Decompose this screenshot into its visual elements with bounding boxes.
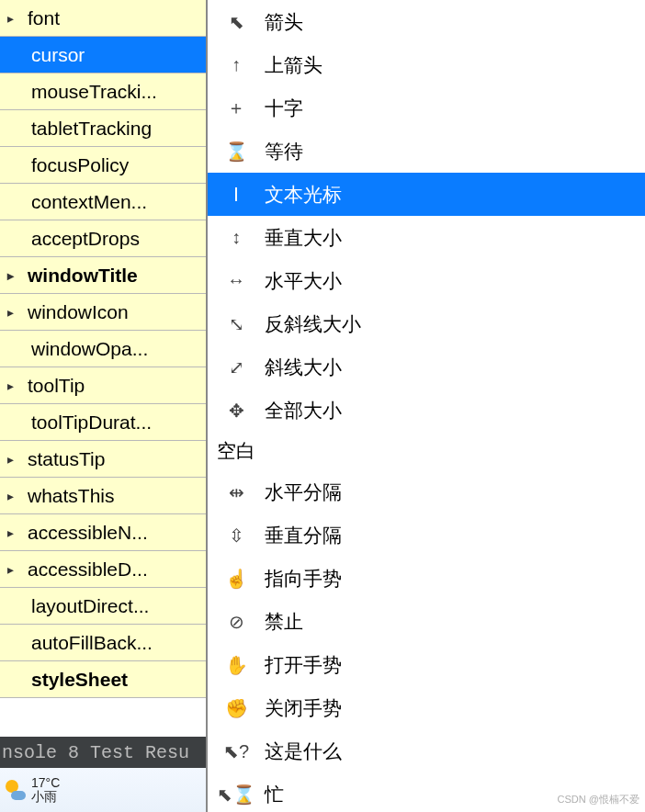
property-label: statusTip — [28, 448, 206, 470]
cursor-option-label: 斜线大小 — [265, 355, 342, 380]
cursor-option-label: 指向手势 — [265, 566, 342, 592]
weather-text: 17°C 小雨 — [31, 776, 60, 805]
property-row[interactable]: ▸accessibleD... — [0, 551, 206, 588]
property-row[interactable]: windowOpa... — [0, 331, 206, 367]
cursor-option[interactable]: ☝指向手势 — [208, 557, 645, 600]
cursor-option[interactable]: ✥全部大小 — [208, 389, 645, 432]
weather-temp: 17°C — [31, 776, 60, 790]
cursor-icon: ⬉ — [224, 11, 248, 33]
property-label: windowOpa... — [31, 338, 206, 360]
property-panel: ▸fontcursormouseTracki...tabletTrackingf… — [0, 0, 207, 812]
expand-arrow-icon: ▸ — [7, 268, 28, 283]
console-label: nsole 8 Test Resu — [2, 742, 189, 763]
property-label: font — [28, 7, 206, 29]
cursor-option[interactable]: ⇳垂直分隔 — [208, 513, 645, 557]
property-row[interactable]: autoFillBack... — [0, 625, 206, 661]
expand-arrow-icon: ▸ — [7, 11, 28, 26]
property-label: styleSheet — [31, 669, 206, 691]
cursor-option-label: 箭头 — [265, 9, 303, 35]
cursor-icon: ↑ — [224, 54, 248, 75]
property-row[interactable]: ▸windowTitle — [0, 257, 206, 294]
cursor-icon: ☝ — [224, 568, 248, 590]
cursor-icon: ⤢ — [224, 356, 248, 378]
property-label: windowTitle — [28, 265, 206, 287]
expand-arrow-icon: ▸ — [7, 452, 28, 467]
property-row[interactable]: layoutDirect... — [0, 588, 206, 625]
cursor-icon: Ⅰ — [224, 184, 248, 206]
property-row[interactable]: focusPolicy — [0, 147, 206, 184]
property-row[interactable]: ▸statusTip — [0, 441, 206, 478]
property-row[interactable]: ▸windowIcon — [0, 294, 206, 331]
cursor-option[interactable]: ↑上箭头 — [208, 43, 645, 86]
expand-arrow-icon: ▸ — [7, 305, 28, 320]
property-row[interactable]: toolTipDurat... — [0, 404, 206, 441]
property-label: layoutDirect... — [31, 595, 206, 617]
cursor-option-label: 水平大小 — [265, 268, 342, 294]
cursor-icon: ⬉⌛ — [224, 784, 248, 806]
cursor-icon: ↕ — [224, 227, 248, 248]
property-label: focusPolicy — [31, 154, 206, 176]
cursor-option-label: 忙 — [265, 782, 284, 807]
property-label: mouseTracki... — [31, 81, 206, 103]
property-label: windowIcon — [28, 301, 206, 323]
cursor-option[interactable]: ⤡反斜线大小 — [208, 302, 645, 345]
cursor-option-label: 水平分隔 — [265, 479, 342, 505]
property-row[interactable]: ▸toolTip — [0, 367, 206, 404]
cursor-icon: ⇹ — [224, 481, 248, 503]
cursor-option[interactable]: ↕垂直大小 — [208, 216, 645, 259]
property-label: cursor — [31, 44, 206, 66]
cursor-option-label: 垂直分隔 — [265, 523, 342, 548]
property-row[interactable]: ▸font — [0, 0, 206, 37]
cursor-option-label: 反斜线大小 — [265, 311, 361, 337]
cursor-option-label: 打开手势 — [265, 652, 342, 678]
property-label: acceptDrops — [31, 228, 206, 250]
property-row[interactable]: mouseTracki... — [0, 73, 206, 110]
cursor-option[interactable]: ⬉箭头 — [208, 0, 645, 43]
cursor-icon: ↔ — [224, 270, 248, 291]
cursor-option[interactable]: ↔水平大小 — [208, 259, 645, 302]
cursor-option-label: 全部大小 — [265, 398, 342, 423]
property-list: ▸fontcursormouseTracki...tabletTrackingf… — [0, 0, 206, 737]
expand-arrow-icon: ▸ — [7, 562, 28, 577]
cursor-icon: ✋ — [224, 654, 248, 676]
cursor-dropdown-menu: ⬉箭头↑上箭头＋十字⌛等待Ⅰ文本光标↕垂直大小↔水平大小⤡反斜线大小⤢斜线大小✥… — [207, 0, 645, 812]
expand-arrow-icon: ▸ — [7, 525, 28, 540]
cursor-option-label: 文本光标 — [265, 182, 342, 208]
cursor-option[interactable]: ✊关闭手势 — [208, 686, 645, 729]
cursor-option[interactable]: ＋十字 — [208, 86, 645, 130]
console-tab-bar[interactable]: nsole 8 Test Resu — [0, 737, 206, 768]
property-label: toolTip — [28, 375, 206, 397]
cursor-icon: ⬉? — [224, 740, 248, 762]
taskbar-weather[interactable]: 17°C 小雨 — [0, 768, 206, 812]
property-row[interactable]: ▸accessibleN... — [0, 514, 206, 551]
cursor-section-label: 空白 — [217, 438, 255, 464]
cursor-section-header: 空白 — [208, 432, 645, 470]
weather-desc: 小雨 — [31, 790, 60, 804]
property-row[interactable]: cursor — [0, 37, 206, 73]
cursor-option[interactable]: ✋打开手势 — [208, 643, 645, 686]
property-row[interactable]: acceptDrops — [0, 220, 206, 257]
watermark: CSDN @恨楠不爱 — [558, 793, 639, 806]
cursor-icon: ⊘ — [224, 611, 248, 633]
cursor-option-label: 这是什么 — [265, 739, 342, 764]
cursor-option[interactable]: ⇹水平分隔 — [208, 470, 645, 513]
cursor-option[interactable]: Ⅰ文本光标 — [208, 173, 645, 216]
cursor-icon: ＋ — [224, 96, 248, 120]
cursor-option[interactable]: ⤢斜线大小 — [208, 345, 645, 389]
cursor-option[interactable]: ⌛等待 — [208, 130, 645, 173]
cursor-option-label: 禁止 — [265, 609, 303, 635]
property-row[interactable]: styleSheet — [0, 661, 206, 698]
weather-icon — [6, 780, 26, 800]
cursor-option[interactable]: ⊘禁止 — [208, 600, 645, 643]
cursor-icon: ⇳ — [224, 524, 248, 547]
property-label: tabletTracking — [31, 118, 206, 140]
property-row[interactable]: ▸whatsThis — [0, 478, 206, 514]
property-row[interactable]: contextMen... — [0, 184, 206, 220]
cursor-icon: ⤡ — [224, 313, 248, 335]
property-label: accessibleN... — [28, 522, 206, 544]
property-label: accessibleD... — [28, 558, 206, 581]
cursor-option[interactable]: ⬉?这是什么 — [208, 729, 645, 773]
property-row[interactable]: tabletTracking — [0, 110, 206, 147]
expand-arrow-icon: ▸ — [7, 378, 28, 393]
property-label: toolTipDurat... — [31, 412, 206, 434]
